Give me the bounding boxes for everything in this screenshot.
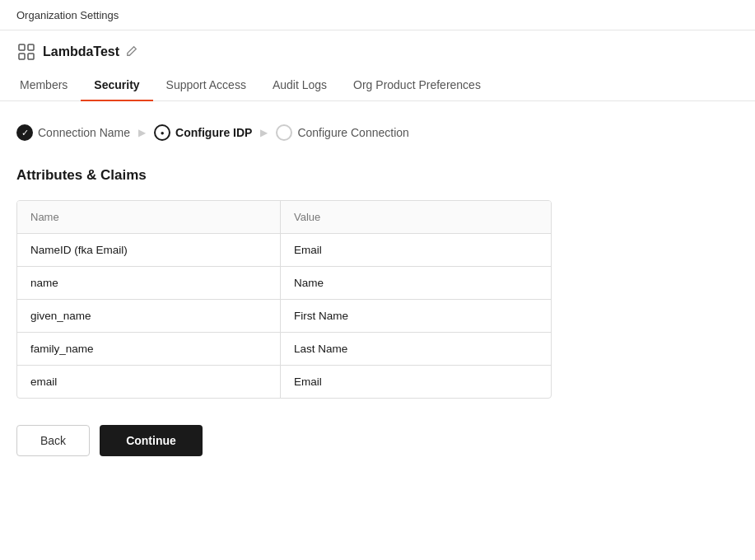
step-configure-connection-icon [276, 124, 292, 141]
step-configure-idp-label: Configure IDP [175, 126, 252, 139]
svg-rect-1 [28, 44, 34, 50]
main-content: ✓ Connection Name ▶ ● Configure IDP ▶ Co… [0, 101, 755, 479]
table-row: given_name First Name [17, 300, 551, 333]
table-header-row: Name Value [17, 201, 551, 234]
table-cell-name-1: name [17, 267, 281, 299]
step-arrow-2: ▶ [260, 127, 268, 138]
table-header-name: Name [17, 201, 281, 233]
tab-security[interactable]: Security [81, 70, 152, 101]
tab-org-product-preferences[interactable]: Org Product Preferences [340, 70, 494, 101]
table-cell-value-0: Email [281, 234, 551, 266]
table-cell-value-1: Name [281, 267, 551, 299]
top-header: Organization Settings [0, 0, 755, 30]
svg-rect-3 [28, 54, 34, 59]
table-header-value: Value [281, 201, 551, 233]
button-row: Back Continue [16, 425, 739, 456]
page-title: Organization Settings [16, 9, 119, 21]
table-cell-name-4: email [17, 366, 281, 398]
table-cell-value-2: First Name [281, 300, 551, 332]
back-button[interactable]: Back [16, 425, 90, 456]
step-configure-idp: ● Configure IDP [154, 124, 252, 141]
continue-button[interactable]: Continue [100, 425, 203, 456]
table-cell-value-4: Email [281, 366, 551, 398]
step-connection-name-icon: ✓ [16, 124, 33, 141]
table-row: name Name [17, 267, 551, 300]
attributes-table: Name Value NameID (fka Email) Email name… [16, 200, 552, 399]
table-cell-value-3: Last Name [281, 333, 551, 365]
org-icon [16, 42, 36, 62]
edit-org-icon[interactable] [126, 45, 137, 59]
step-configure-idp-icon: ● [154, 124, 170, 141]
step-connection-name-label: Connection Name [38, 126, 130, 139]
svg-rect-2 [19, 54, 25, 59]
tab-members[interactable]: Members [16, 70, 81, 101]
org-row: LambdaTest [0, 30, 755, 62]
step-configure-connection-label: Configure Connection [297, 126, 408, 139]
table-row: NameID (fka Email) Email [17, 234, 551, 267]
org-name: LambdaTest [43, 44, 119, 59]
table-row: email Email [17, 366, 551, 398]
step-arrow-1: ▶ [138, 127, 146, 138]
section-title: Attributes & Claims [16, 167, 739, 184]
svg-rect-0 [19, 44, 25, 50]
step-connection-name: ✓ Connection Name [16, 124, 130, 141]
table-cell-name-3: family_name [17, 333, 281, 365]
table-cell-name-0: NameID (fka Email) [17, 234, 281, 266]
table-row: family_name Last Name [17, 333, 551, 366]
table-cell-name-2: given_name [17, 300, 281, 332]
step-configure-connection: Configure Connection [276, 124, 408, 141]
tab-audit-logs[interactable]: Audit Logs [259, 70, 340, 101]
stepper: ✓ Connection Name ▶ ● Configure IDP ▶ Co… [16, 124, 739, 141]
tab-support-access[interactable]: Support Access [153, 70, 259, 101]
tabs-container: Members Security Support Access Audit Lo… [0, 70, 755, 101]
